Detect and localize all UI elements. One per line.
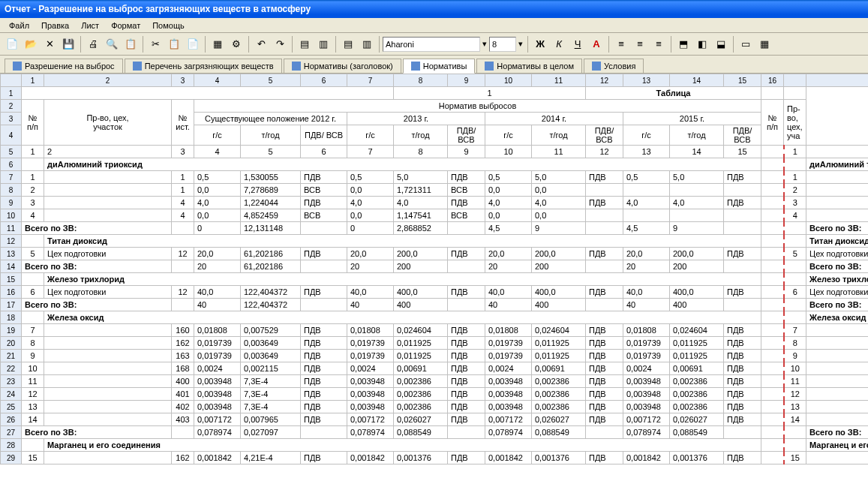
- tab-norm-total[interactable]: Нормативы в целом: [476, 59, 582, 73]
- tab-label: Разрешение на выброс: [25, 62, 115, 71]
- align-left-icon[interactable]: ≡: [612, 35, 630, 53]
- tab-pollutants[interactable]: Перечень загрязняющих веществ: [125, 59, 282, 73]
- tab-label: Нормативы в целом: [497, 62, 574, 71]
- new-icon[interactable]: 📄: [3, 35, 21, 53]
- tab-label: Перечень загрязняющих веществ: [145, 62, 274, 71]
- sheet-icon: [133, 62, 142, 71]
- menu-file[interactable]: Файл: [3, 20, 35, 32]
- tab-norm-head[interactable]: Нормативы (заголовок): [284, 59, 401, 73]
- tab-label: Нормативы (заголовок): [304, 62, 393, 71]
- page-setup-icon[interactable]: 📋: [122, 35, 140, 53]
- fill-color-icon[interactable]: ▭: [737, 35, 755, 53]
- italic-icon[interactable]: К: [550, 35, 568, 53]
- tab-permit[interactable]: Разрешение на выброс: [5, 59, 123, 73]
- align-right-icon[interactable]: ≡: [650, 35, 668, 53]
- merge-icon[interactable]: ▦: [209, 35, 227, 53]
- menu-help[interactable]: Помощь: [146, 20, 191, 32]
- size-select[interactable]: [489, 37, 516, 52]
- open-icon[interactable]: 📂: [22, 35, 40, 53]
- bold-icon[interactable]: Ж: [531, 35, 549, 53]
- redo-icon[interactable]: ↷: [271, 35, 289, 53]
- font-color-icon[interactable]: А: [587, 35, 605, 53]
- tab-conditions[interactable]: Условия: [584, 59, 644, 73]
- window-title: Отчет - Разрешение на выброс загрязняющи…: [0, 0, 868, 18]
- options-icon[interactable]: ⚙: [227, 35, 245, 53]
- size-dropdown-icon[interactable]: ▾: [517, 39, 524, 49]
- valign-top-icon[interactable]: ⬒: [674, 35, 692, 53]
- spreadsheet-grid[interactable]: 1234567891011121314151611Таблица2 № п/п …: [0, 74, 868, 464]
- print-icon[interactable]: 🖨: [84, 35, 102, 53]
- insert-col-icon[interactable]: ▥: [314, 35, 332, 53]
- tabbar: Разрешение на выброс Перечень загрязняющ…: [0, 56, 868, 74]
- underline-icon[interactable]: Ч: [569, 35, 587, 53]
- close-icon[interactable]: ✕: [41, 35, 59, 53]
- delete-col-icon[interactable]: ▥: [358, 35, 376, 53]
- sheet-icon: [292, 62, 301, 71]
- paste-icon[interactable]: 📄: [184, 35, 202, 53]
- sheet-area[interactable]: 1234567891011121314151611Таблица2 № п/п …: [0, 74, 868, 478]
- menu-sheet[interactable]: Лист: [75, 20, 105, 32]
- tab-norm[interactable]: Нормативы: [403, 59, 476, 74]
- tab-label: Условия: [604, 62, 635, 71]
- copy-icon[interactable]: 📋: [165, 35, 183, 53]
- sheet-icon: [13, 62, 22, 71]
- toolbar: 📄 📂 ✕ 💾 🖨 🔍 📋 ✂ 📋 📄 ▦ ⚙ ↶ ↷ ▤ ▥ ▤ ▥ ▾ ▾ …: [0, 33, 868, 56]
- menu-edit[interactable]: Правка: [35, 20, 75, 32]
- delete-row-icon[interactable]: ▤: [339, 35, 357, 53]
- undo-icon[interactable]: ↶: [252, 35, 270, 53]
- save-icon[interactable]: 💾: [59, 35, 77, 53]
- valign-mid-icon[interactable]: ◧: [693, 35, 711, 53]
- borders-icon[interactable]: ▦: [755, 35, 773, 53]
- sheet-icon: [592, 62, 601, 71]
- menubar: Файл Правка Лист Формат Помощь: [0, 18, 868, 33]
- valign-bot-icon[interactable]: ⬓: [712, 35, 730, 53]
- sheet-icon: [485, 62, 494, 71]
- font-select[interactable]: [383, 37, 480, 52]
- font-dropdown-icon[interactable]: ▾: [481, 39, 488, 49]
- insert-row-icon[interactable]: ▤: [296, 35, 314, 53]
- preview-icon[interactable]: 🔍: [103, 35, 121, 53]
- align-center-icon[interactable]: ≡: [631, 35, 649, 53]
- menu-format[interactable]: Формат: [105, 20, 146, 32]
- tab-label: Нормативы: [423, 62, 467, 71]
- cut-icon[interactable]: ✂: [146, 35, 164, 53]
- sheet-icon: [411, 62, 420, 71]
